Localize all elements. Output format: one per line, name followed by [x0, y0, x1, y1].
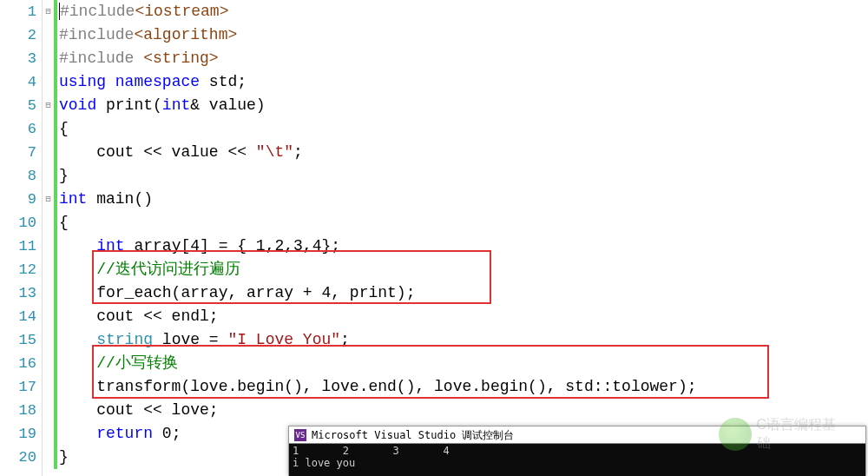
line-number: 4	[0, 70, 36, 94]
line-number: 16	[0, 352, 36, 375]
line-number: 7	[0, 141, 36, 164]
code-editor[interactable]: 1 2 3 4 5 6 7 8 9 10 11 12 13 14 15 16 1…	[0, 0, 868, 476]
code-line[interactable]: //迭代访问进行遍历	[59, 258, 868, 281]
line-number-gutter: 1 2 3 4 5 6 7 8 9 10 11 12 13 14 15 16 1…	[0, 0, 42, 476]
code-line[interactable]: string love = "I Love You";	[59, 328, 868, 352]
line-number: 2	[0, 23, 36, 47]
fold-toggle[interactable]: ⊟	[43, 94, 54, 117]
line-number: 15	[0, 328, 36, 352]
code-line[interactable]: using namespace std;	[59, 70, 868, 94]
code-line[interactable]: for_each(array, array + 4, print);	[59, 281, 868, 305]
line-number: 19	[0, 422, 36, 446]
line-number: 17	[0, 375, 36, 399]
code-area[interactable]: #include<iostream> #include<algorithm> #…	[57, 0, 868, 476]
code-line[interactable]: transform(love.begin(), love.end(), love…	[59, 375, 868, 399]
code-line[interactable]: #include<algorithm>	[59, 23, 868, 47]
code-line[interactable]: cout << endl;	[59, 305, 868, 328]
code-line[interactable]: cout << love;	[59, 399, 868, 422]
fold-column[interactable]: ⊟ ⊟ ⊟	[42, 0, 54, 476]
line-number: 11	[0, 235, 36, 258]
line-number: 5	[0, 94, 36, 117]
console-output: 1 2 3 4 i love you	[289, 444, 865, 476]
line-number: 3	[0, 47, 36, 70]
code-line[interactable]: }	[59, 164, 868, 188]
line-number: 8	[0, 164, 36, 188]
line-number: 20	[0, 446, 36, 469]
code-line[interactable]: //小写转换	[59, 352, 868, 375]
line-number: 14	[0, 305, 36, 328]
debug-console-window[interactable]: VS Microsoft Visual Studio 调试控制台 1 2 3 4…	[288, 426, 866, 476]
fold-toggle[interactable]: ⊟	[43, 0, 54, 23]
code-line[interactable]: int main()	[59, 188, 868, 211]
line-number: 1	[0, 0, 36, 23]
code-line[interactable]: cout << value << "\t";	[59, 141, 868, 164]
line-number: 13	[0, 281, 36, 305]
visual-studio-icon: VS	[294, 429, 306, 441]
code-line[interactable]: #include <string>	[59, 47, 868, 70]
code-line[interactable]: #include<iostream>	[59, 0, 868, 23]
line-number: 9	[0, 188, 36, 211]
line-number: 6	[0, 117, 36, 141]
console-title-text: Microsoft Visual Studio 调试控制台	[312, 426, 514, 444]
code-line[interactable]: {	[59, 211, 868, 235]
line-number: 18	[0, 399, 36, 422]
code-line[interactable]: void print(int& value)	[59, 94, 868, 117]
console-titlebar[interactable]: VS Microsoft Visual Studio 调试控制台	[289, 426, 865, 444]
line-number: 12	[0, 258, 36, 281]
line-number: 10	[0, 211, 36, 235]
code-line[interactable]: {	[59, 117, 868, 141]
fold-toggle[interactable]: ⊟	[43, 188, 54, 211]
code-line[interactable]: int array[4] = { 1,2,3,4};	[59, 235, 868, 258]
